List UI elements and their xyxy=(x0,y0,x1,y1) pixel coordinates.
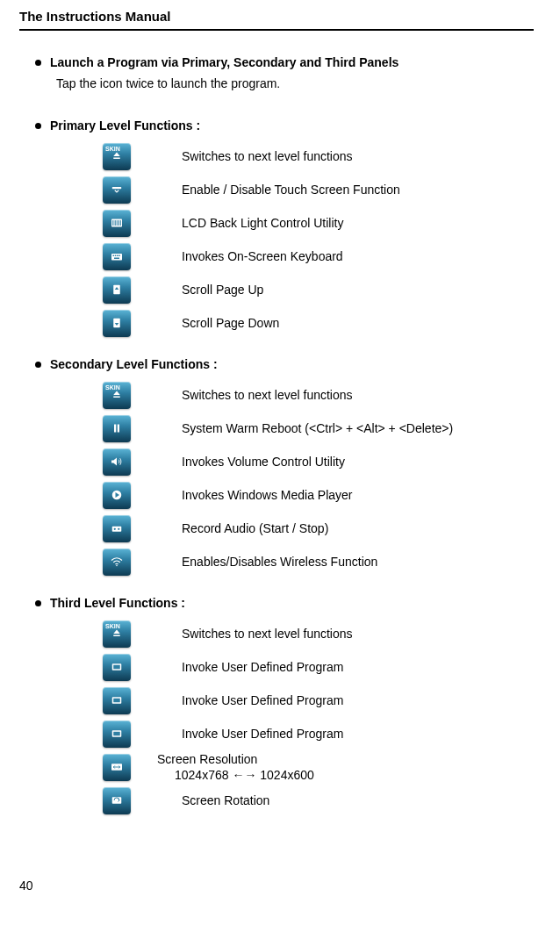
svg-rect-10 xyxy=(114,425,116,433)
primary-table: Switches to next level functions Enable … xyxy=(103,140,534,340)
bullet-icon xyxy=(35,123,41,129)
keyboard-icon xyxy=(103,243,131,270)
launch-section: Launch a Program via Primary, Secondary … xyxy=(19,55,534,90)
list-item: Invoke User Defined Program xyxy=(103,650,534,684)
list-item: Enable / Disable Touch Screen Function xyxy=(103,173,534,206)
list-item: Switches to next level functions xyxy=(103,617,534,650)
bullet-icon xyxy=(35,362,41,368)
record-icon xyxy=(103,515,131,542)
func-desc: Invokes Volume Control Utility xyxy=(182,454,345,470)
primary-heading: Primary Level Functions : xyxy=(19,118,534,133)
func-desc: Switches to next level functions xyxy=(182,148,353,164)
func-desc: Invoke User Defined Program xyxy=(182,692,343,708)
func-desc: Switches to next level functions xyxy=(182,387,353,403)
rotation-icon xyxy=(103,787,131,814)
func-desc: Scroll Page Down xyxy=(182,315,279,331)
resolution-icon xyxy=(103,754,131,781)
scroll-up-icon xyxy=(103,276,131,304)
skin-icon xyxy=(103,382,131,409)
header-divider xyxy=(19,29,534,31)
manual-title: The Instructions Manual xyxy=(19,9,534,29)
svg-rect-22 xyxy=(113,732,120,736)
list-item: Screen Rotation xyxy=(103,784,534,817)
secondary-section: Secondary Level Functions : Switches to … xyxy=(19,357,534,578)
user-prog-icon xyxy=(103,721,131,748)
third-heading-text: Third Level Functions : xyxy=(50,596,185,610)
func-desc: Enable / Disable Touch Screen Function xyxy=(182,182,400,197)
skin-icon xyxy=(103,143,131,170)
svg-rect-6 xyxy=(118,255,120,257)
page-number: 40 xyxy=(19,878,33,893)
user-prog-icon xyxy=(103,654,131,681)
skin-icon xyxy=(103,620,131,648)
svg-rect-7 xyxy=(114,258,119,260)
primary-section: Primary Level Functions : Switches to ne… xyxy=(19,118,534,340)
secondary-heading: Secondary Level Functions : xyxy=(19,357,534,371)
list-item: Enables/Disables Wireless Function xyxy=(103,545,534,578)
resolution-line1: Screen Resolution xyxy=(157,751,314,767)
func-desc: Screen Resolution 1024x768 ←→ 1024x600 xyxy=(157,751,314,783)
func-desc: Enables/Disables Wireless Function xyxy=(182,554,377,570)
svg-rect-3 xyxy=(113,255,115,257)
reboot-icon xyxy=(103,415,131,442)
list-item: Invokes Windows Media Player xyxy=(103,478,534,512)
func-desc: Invokes On-Screen Keyboard xyxy=(182,248,343,264)
func-desc: Scroll Page Up xyxy=(182,282,263,298)
launch-heading-text: Launch a Program via Primary, Secondary … xyxy=(50,55,398,69)
list-item: Invokes On-Screen Keyboard xyxy=(103,240,534,273)
svg-point-15 xyxy=(118,528,119,530)
func-desc: Screen Rotation xyxy=(182,792,269,808)
func-desc: Invoke User Defined Program xyxy=(182,659,343,675)
svg-rect-18 xyxy=(113,665,120,670)
func-desc: Invokes Windows Media Player xyxy=(182,487,353,503)
bullet-icon xyxy=(35,600,41,606)
secondary-heading-text: Secondary Level Functions : xyxy=(50,357,218,371)
primary-heading-text: Primary Level Functions : xyxy=(50,118,200,133)
volume-icon xyxy=(103,448,131,476)
resolution-line2: 1024x768 ←→ 1024x600 xyxy=(175,767,314,783)
svg-rect-4 xyxy=(115,255,117,257)
svg-rect-2 xyxy=(111,254,122,261)
scroll-down-icon xyxy=(103,310,131,337)
svg-point-14 xyxy=(114,528,116,530)
launch-intro: Tap the icon twice to launch the program… xyxy=(56,76,534,90)
list-item: Invoke User Defined Program xyxy=(103,717,534,750)
svg-rect-11 xyxy=(118,425,119,433)
svg-rect-5 xyxy=(117,255,118,257)
backlight-icon xyxy=(103,210,131,237)
func-desc: System Warm Reboot (<Ctrl> + <Alt> + <De… xyxy=(182,420,453,436)
list-item: System Warm Reboot (<Ctrl> + <Alt> + <De… xyxy=(103,412,534,445)
func-desc: Invoke User Defined Program xyxy=(182,726,343,742)
svg-point-16 xyxy=(116,565,118,567)
svg-rect-20 xyxy=(113,699,120,703)
func-desc: LCD Back Light Control Utility xyxy=(182,215,343,231)
third-section: Third Level Functions : Switches to next… xyxy=(19,596,534,817)
svg-rect-13 xyxy=(112,527,122,532)
list-item: Scroll Page Up xyxy=(103,273,534,306)
func-desc: Switches to next level functions xyxy=(182,626,353,642)
secondary-table: Switches to next level functions System … xyxy=(103,378,534,578)
list-item: Scroll Page Down xyxy=(103,306,534,340)
list-item: Switches to next level functions xyxy=(103,140,534,173)
third-table: Switches to next level functions Invoke … xyxy=(103,617,534,817)
list-item: LCD Back Light Control Utility xyxy=(103,206,534,240)
list-item: Invokes Volume Control Utility xyxy=(103,445,534,478)
list-item: Switches to next level functions xyxy=(103,378,534,412)
bullet-icon xyxy=(35,60,41,66)
svg-rect-0 xyxy=(112,187,122,189)
page-header: The Instructions Manual xyxy=(19,9,534,31)
func-desc: Record Audio (Start / Stop) xyxy=(182,520,328,536)
list-item: Record Audio (Start / Stop) xyxy=(103,512,534,545)
touch-icon xyxy=(103,176,131,204)
list-item: Screen Resolution 1024x768 ←→ 1024x600 xyxy=(103,750,534,784)
wireless-icon xyxy=(103,549,131,576)
media-player-icon xyxy=(103,482,131,509)
list-item: Invoke User Defined Program xyxy=(103,684,534,717)
launch-heading: Launch a Program via Primary, Secondary … xyxy=(19,55,534,69)
user-prog-icon xyxy=(103,687,131,714)
third-heading: Third Level Functions : xyxy=(19,596,534,610)
